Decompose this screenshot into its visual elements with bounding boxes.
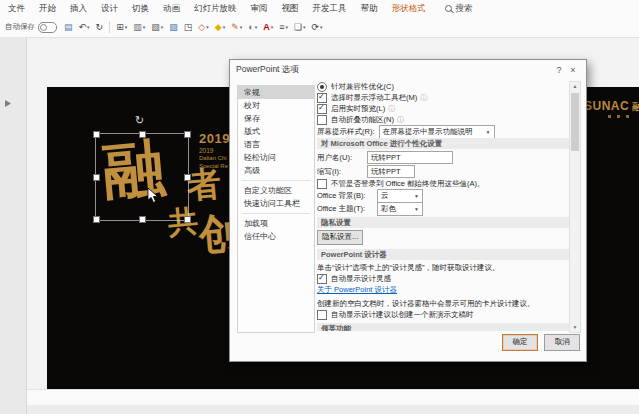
nav-item-accessibility[interactable]: 轻松访问: [238, 151, 314, 164]
radio-optimize-compat[interactable]: [317, 82, 327, 92]
nav-item-language[interactable]: 语言: [238, 138, 314, 151]
section-personalize: 对 Microsoft Office 进行个性化设置: [317, 138, 573, 149]
crop-icon[interactable]: ◳: [182, 21, 195, 34]
dialog-title-bar[interactable]: PowerPoint 选项 ? ×: [230, 60, 586, 80]
text-fill-icon[interactable]: A▾: [261, 21, 275, 34]
thumbnail-pane[interactable]: [0, 37, 27, 414]
nav-item-general[interactable]: 常规: [238, 86, 314, 99]
screentip-label: 屏幕提示样式(R):: [317, 127, 375, 137]
selection-handle-ne[interactable]: [184, 131, 191, 138]
checkbox-always-use-values[interactable]: [317, 179, 327, 189]
close-icon[interactable]: ×: [566, 65, 580, 75]
redo-icon[interactable]: ↻: [94, 21, 106, 34]
ok-button[interactable]: 确定: [502, 334, 538, 351]
info-icon: ⓘ: [397, 115, 404, 125]
sunac-logo-cn: 融创: [632, 101, 639, 112]
chevron-down-icon: ▼: [414, 193, 419, 199]
nav-item-proofing[interactable]: 校对: [238, 99, 314, 112]
picture-icon[interactable]: ▨: [167, 21, 180, 34]
tab-view[interactable]: 视图: [275, 3, 306, 15]
pane-resize-handle-icon[interactable]: [5, 100, 11, 107]
menu-bar: 文件 开始 插入 设计 切换 动画 幻灯片放映 审阅 视图 开发工具 帮助 形状…: [0, 0, 639, 17]
cancel-button[interactable]: 取消: [544, 334, 580, 351]
checkbox-mini-toolbar[interactable]: [317, 93, 327, 103]
designer-about-link[interactable]: 关于 PowerPoint 设计器: [317, 285, 397, 295]
section-icon[interactable]: ▧▾: [149, 21, 165, 34]
screentip-value: 在屏幕提示中显示功能说明: [383, 127, 473, 137]
selection-handle-w[interactable]: [93, 174, 100, 181]
help-icon[interactable]: ?: [552, 65, 566, 75]
grid-icon[interactable]: ⊞▾: [114, 21, 129, 34]
tab-animations[interactable]: 动画: [156, 3, 187, 15]
autosave-control[interactable]: 自动保存: [5, 22, 57, 33]
tab-slideshow[interactable]: 幻灯片放映: [187, 3, 244, 15]
search-icon: [445, 5, 452, 12]
save-icon[interactable]: ▤: [62, 21, 75, 34]
search-box[interactable]: 搜索: [445, 3, 473, 15]
scroll-up-icon[interactable]: ▲: [573, 82, 578, 91]
radio-optimize-compat-label: 针对兼容性优化(C): [331, 82, 394, 92]
selection-handle-e[interactable]: [184, 174, 191, 181]
tab-home[interactable]: 开始: [32, 3, 63, 15]
rotate-icon[interactable]: ⟳▾: [310, 21, 325, 34]
checkbox-live-preview[interactable]: [317, 104, 327, 114]
shape-fill-icon[interactable]: ◆▾: [213, 21, 227, 34]
tab-help[interactable]: 帮助: [354, 3, 385, 15]
nav-item-save[interactable]: 保存: [238, 112, 314, 125]
dialog-scrollbar[interactable]: ▲ ▼: [569, 81, 581, 333]
nav-item-quick-access[interactable]: 快速访问工具栏: [238, 197, 314, 210]
nav-item-addins[interactable]: 加载项: [238, 217, 314, 230]
selection-handle-se[interactable]: [184, 216, 191, 223]
initials-field[interactable]: 玩转PPT: [367, 165, 415, 178]
nav-separator: [242, 180, 310, 181]
slide-text-zhe[interactable]: 者: [186, 166, 223, 203]
username-field[interactable]: 玩转PPT: [367, 151, 453, 164]
scrollbar-thumb[interactable]: [571, 93, 579, 151]
tab-developer[interactable]: 开发工具: [306, 3, 354, 15]
align-icon[interactable]: ≡▾: [277, 21, 290, 34]
options-body: 针对兼容性优化(C) 选择时显示浮动工具栏(M) ⓘ 启用实时预览(L) ⓘ 自…: [317, 81, 573, 331]
selection-handle-sw[interactable]: [93, 216, 100, 223]
selection-handle-nw[interactable]: [93, 131, 100, 138]
selection-handle-s[interactable]: [139, 216, 146, 223]
tab-insert[interactable]: 插入: [63, 3, 94, 15]
nav-separator: [242, 213, 310, 214]
nav-item-advanced[interactable]: 高级: [238, 164, 314, 177]
shapes-icon[interactable]: ◇▾: [196, 21, 210, 34]
nav-item-customize-ribbon[interactable]: 自定义功能区: [238, 184, 314, 197]
arrange-icon[interactable]: ❏▾: [292, 21, 308, 34]
office-theme-label: Office 主题(T):: [317, 204, 373, 214]
autosave-toggle[interactable]: [38, 22, 57, 33]
checkbox-design-ideas[interactable]: [317, 274, 327, 284]
scroll-down-icon[interactable]: ▼: [573, 323, 578, 332]
tab-review[interactable]: 审阅: [244, 3, 275, 15]
office-background-select[interactable]: 云 ▼: [377, 189, 423, 203]
selection-handle-n[interactable]: [139, 131, 146, 138]
shape-outline-icon[interactable]: ✎▾: [229, 21, 244, 34]
privacy-settings-button[interactable]: 隐私设置...: [317, 230, 363, 245]
nav-item-layout[interactable]: 版式: [238, 125, 314, 138]
checkbox-always-use-values-label: 不管是否登录到 Office 都始终使用这些值(A)。: [331, 179, 485, 189]
checkbox-mini-toolbar-label: 选择时显示浮动工具栏(M): [331, 93, 417, 103]
shape-selection-box[interactable]: [95, 133, 189, 221]
tab-transitions[interactable]: 切换: [125, 3, 156, 15]
info-icon: ⓘ: [388, 104, 395, 114]
toolbar-separator: [109, 21, 110, 33]
shape-effects-icon[interactable]: ◐▾: [246, 21, 259, 34]
sunac-logo: SUNAC融创: [584, 96, 639, 118]
layout-icon[interactable]: ▥▾: [131, 21, 147, 34]
designer-description: 单击“设计”选项卡上的“设计灵感”，随时获取设计建议。: [317, 263, 500, 273]
chevron-down-icon: ▼: [486, 129, 491, 135]
tab-file[interactable]: 文件: [0, 3, 32, 15]
quick-access-toolbar: 自动保存 ▤ ↶▾ ↻ ⊞▾ ▥▾ ▧▾ ▨ ◳ ◇▾ ◆▾ ✎▾ ◐▾ A▾ …: [0, 17, 639, 38]
office-theme-select[interactable]: 彩色 ▼: [377, 202, 423, 216]
screentip-select[interactable]: 在屏幕提示中显示功能说明 ▼: [379, 125, 495, 139]
undo-icon[interactable]: ↶▾: [77, 21, 92, 34]
checkbox-collapse-ribbon[interactable]: [317, 115, 327, 125]
checkbox-new-presentation-suggest[interactable]: [317, 310, 327, 320]
nav-item-trust-center[interactable]: 信任中心: [238, 230, 314, 243]
tab-design[interactable]: 设计: [94, 3, 125, 15]
rotate-handle-icon[interactable]: ↻: [135, 114, 144, 127]
notes-bar[interactable]: [27, 389, 639, 406]
tab-shape-format[interactable]: 形状格式: [385, 3, 433, 15]
